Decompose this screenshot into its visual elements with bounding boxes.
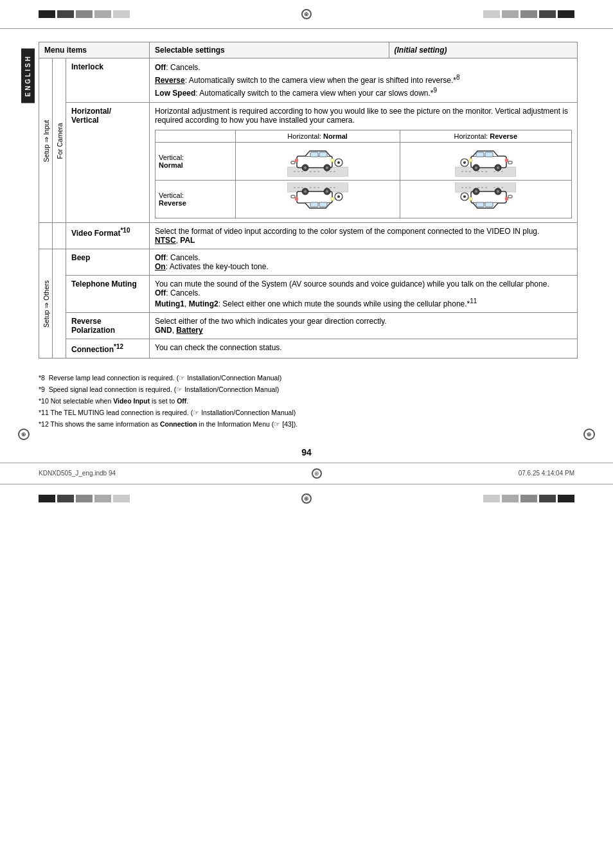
footnotes-section: *8 Reverse lamp lead connection is requi… — [0, 365, 613, 436]
bottom-deco-bar: ⊕ — [0, 484, 613, 513]
svg-rect-10 — [319, 152, 327, 157]
footnote-11: *11 The TEL MUTING lead connection is re… — [39, 407, 574, 419]
svg-point-62 — [463, 195, 466, 198]
table-container: Menu items Selectable settings (Initial … — [39, 42, 578, 359]
svg-rect-26 — [476, 152, 484, 157]
bottom-center-circle: ⊕ — [301, 493, 312, 504]
vf-name: Video Format*10 — [66, 223, 150, 249]
svg-point-23 — [497, 166, 499, 169]
svg-rect-44 — [295, 197, 298, 200]
right-circle-mark: ⊕ — [583, 429, 595, 440]
diag-cell-nr — [400, 143, 571, 181]
page-wrapper: ⊕ ENGLISH Menu items Selectable settings — [0, 0, 613, 868]
svg-rect-63 — [508, 195, 512, 198]
diagram-table: Horizontal: Normal Horizontal: Reverse V… — [155, 130, 572, 218]
bottom-file: KDNXD505_J_eng.indb 94 — [39, 470, 116, 477]
interlock-settings: Off: Cancels. Reverse: Automatically swi… — [150, 58, 578, 103]
th-selectable: Selectable settings — [150, 42, 389, 58]
footnote-8: *8 Reverse lamp lead connection is requi… — [39, 373, 574, 384]
beep-settings: Off: Cancels. On: Activates the key-touc… — [150, 249, 578, 276]
table-row: Setup ⇒ Others Beep Off: Cancels. On: Ac… — [39, 249, 578, 276]
svg-point-30 — [463, 161, 466, 164]
diag-cell-rn — [235, 181, 400, 218]
table-row: Setup ⇒ Input For Camera Interlock Off: … — [39, 58, 578, 103]
diag-cell-nn — [235, 143, 400, 181]
svg-point-40 — [326, 190, 328, 193]
svg-point-14 — [337, 161, 340, 164]
car-diagram-rn — [287, 182, 348, 215]
footnote-9: *9 Speed signal lead connection is requi… — [39, 384, 574, 396]
diag-vr-label: Vertical:Reverse — [155, 181, 236, 218]
svg-rect-25 — [485, 152, 493, 157]
top-center-circle: ⊕ — [301, 9, 312, 19]
svg-rect-11 — [331, 159, 334, 162]
svg-rect-60 — [505, 197, 508, 200]
vf-settings: Select the format of video input accordi… — [150, 223, 578, 249]
table-row: Video Format*10 Select the format of vid… — [39, 223, 578, 249]
main-area: ENGLISH Menu items Selectable settings (… — [0, 35, 613, 365]
for-camera-label: For Camera — [53, 58, 66, 223]
english-label-col: ENGLISH — [19, 48, 36, 359]
rev-pol-settings: Select either of the two which indicates… — [150, 313, 578, 339]
interlock-name: Interlock — [66, 58, 150, 103]
tel-muting-settings: You can mute the sound of the System (AV… — [150, 276, 578, 313]
setup-input-label: Setup ⇒ Input — [39, 58, 53, 223]
table-row: Connection*12 You can check the connecti… — [39, 339, 578, 359]
connection-settings: You can check the connection status. — [150, 339, 578, 359]
svg-point-56 — [475, 190, 477, 193]
svg-rect-27 — [469, 159, 472, 162]
diag-th-reverse: Horizontal: Reverse — [400, 130, 571, 143]
bottom-bar: KDNXD505_J_eng.indb 94 ⊕ 07.6.25 4:14:04… — [0, 463, 613, 484]
svg-rect-12 — [295, 159, 298, 162]
footnote-12: *12 This shows the same information as C… — [39, 419, 574, 430]
svg-rect-15 — [291, 161, 295, 164]
footnote-10: *10 Not selectable when Video Input is s… — [39, 396, 574, 407]
svg-rect-42 — [319, 202, 327, 207]
svg-point-24 — [475, 166, 477, 169]
svg-point-7 — [304, 166, 306, 169]
page-number: 94 — [0, 437, 613, 463]
car-diagram-nr — [455, 145, 516, 177]
svg-rect-59 — [469, 197, 472, 200]
svg-rect-41 — [310, 202, 318, 207]
svg-point-46 — [337, 195, 340, 198]
english-label: ENGLISH — [21, 48, 35, 103]
svg-rect-9 — [310, 152, 318, 157]
hv-name: Horizontal/Vertical — [66, 103, 150, 223]
diag-th-normal: Horizontal: Normal — [235, 130, 400, 143]
empty-label-1 — [39, 223, 53, 249]
bottom-circle: ⊕ — [312, 468, 322, 479]
svg-rect-43 — [331, 197, 334, 200]
th-menu-items: Menu items — [39, 42, 150, 58]
svg-rect-58 — [476, 202, 484, 207]
beep-name: Beep — [66, 249, 150, 276]
th-initial: (Initial setting) — [389, 42, 577, 58]
svg-rect-28 — [505, 159, 508, 162]
menu-table: Menu items Selectable settings (Initial … — [39, 42, 578, 359]
connection-name: Connection*12 — [66, 339, 150, 359]
empty-label-2 — [53, 223, 66, 249]
table-row: Telephone Muting You can mute the sound … — [39, 276, 578, 313]
tel-muting-name: Telephone Muting — [66, 276, 150, 313]
svg-rect-47 — [291, 195, 295, 198]
svg-point-39 — [304, 190, 306, 193]
svg-rect-31 — [508, 161, 512, 164]
table-row: Horizontal/Vertical Horizontal adjustmen… — [39, 103, 578, 223]
table-row: Reverse Polarization Select either of th… — [39, 313, 578, 339]
setup-others-label: Setup ⇒ Others — [39, 249, 53, 359]
diag-vn-label: Vertical:Normal — [155, 143, 236, 181]
svg-point-8 — [326, 166, 328, 169]
rev-pol-name: Reverse Polarization — [66, 313, 150, 339]
top-bar: ⊕ — [0, 0, 613, 29]
car-diagram-nn — [287, 145, 348, 177]
svg-point-55 — [497, 190, 499, 193]
diag-cell-rr — [400, 181, 571, 218]
hv-settings: Horizontal adjustment is required accord… — [150, 103, 578, 223]
others-empty — [53, 249, 66, 359]
left-circle-mark: ⊕ — [18, 429, 30, 440]
bottom-date: 07.6.25 4:14:04 PM — [519, 470, 574, 477]
car-diagram-rr — [455, 182, 516, 215]
svg-rect-57 — [485, 202, 493, 207]
